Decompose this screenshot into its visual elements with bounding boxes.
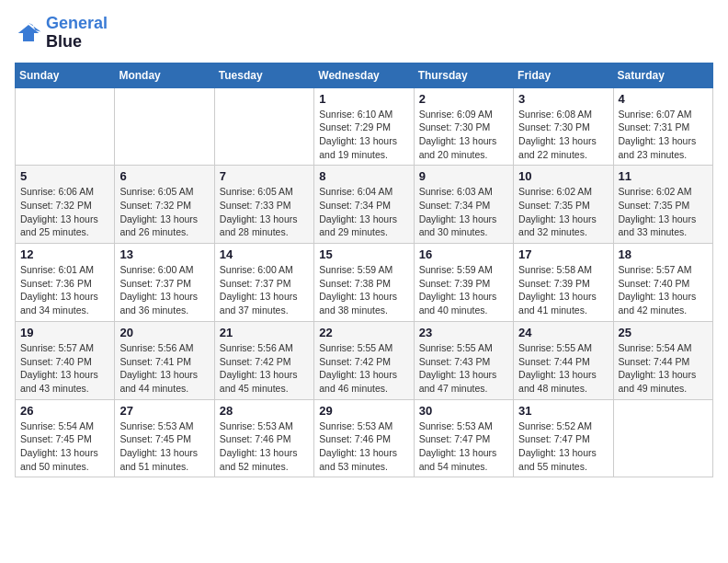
day-info: Sunrise: 5:57 AM Sunset: 7:40 PM Dayligh… bbox=[619, 263, 708, 317]
weekday-header: Wednesday bbox=[314, 63, 414, 87]
day-number: 10 bbox=[518, 169, 608, 183]
day-info: Sunrise: 5:55 AM Sunset: 7:42 PM Dayligh… bbox=[319, 341, 408, 396]
day-info: Sunrise: 5:55 AM Sunset: 7:43 PM Dayligh… bbox=[419, 341, 508, 396]
day-info: Sunrise: 6:02 AM Sunset: 7:35 PM Dayligh… bbox=[518, 185, 608, 239]
svg-marker-0 bbox=[18, 25, 40, 41]
calendar-cell: 28Sunrise: 5:53 AM Sunset: 7:46 PM Dayli… bbox=[214, 399, 313, 477]
calendar-cell: 30Sunrise: 5:53 AM Sunset: 7:47 PM Dayli… bbox=[414, 399, 513, 477]
day-info: Sunrise: 5:56 AM Sunset: 7:42 PM Dayligh… bbox=[220, 341, 309, 396]
calendar-cell: 18Sunrise: 5:57 AM Sunset: 7:40 PM Dayli… bbox=[613, 244, 712, 322]
day-info: Sunrise: 6:10 AM Sunset: 7:29 PM Dayligh… bbox=[319, 108, 408, 162]
day-number: 3 bbox=[518, 92, 608, 106]
day-info: Sunrise: 6:02 AM Sunset: 7:35 PM Dayligh… bbox=[619, 185, 708, 239]
day-number: 6 bbox=[119, 169, 209, 183]
day-number: 19 bbox=[20, 326, 109, 339]
calendar-cell: 16Sunrise: 5:59 AM Sunset: 7:39 PM Dayli… bbox=[414, 244, 513, 322]
day-info: Sunrise: 6:06 AM Sunset: 7:32 PM Dayligh… bbox=[20, 185, 109, 239]
logo-text: General Blue bbox=[46, 15, 108, 52]
calendar-cell: 12Sunrise: 6:01 AM Sunset: 7:36 PM Dayli… bbox=[16, 244, 115, 322]
calendar-cell: 31Sunrise: 5:52 AM Sunset: 7:47 PM Dayli… bbox=[514, 399, 613, 477]
weekday-header: Saturday bbox=[613, 63, 712, 87]
calendar-cell: 3Sunrise: 6:08 AM Sunset: 7:30 PM Daylig… bbox=[514, 87, 613, 166]
weekday-header: Friday bbox=[514, 63, 613, 87]
day-info: Sunrise: 6:09 AM Sunset: 7:30 PM Dayligh… bbox=[419, 108, 508, 162]
calendar-cell: 2Sunrise: 6:09 AM Sunset: 7:30 PM Daylig… bbox=[414, 87, 513, 166]
day-info: Sunrise: 5:59 AM Sunset: 7:38 PM Dayligh… bbox=[319, 263, 408, 317]
calendar-cell: 24Sunrise: 5:55 AM Sunset: 7:44 PM Dayli… bbox=[514, 321, 613, 399]
day-number: 22 bbox=[319, 326, 408, 339]
day-number: 25 bbox=[619, 326, 708, 339]
day-number: 31 bbox=[518, 404, 608, 418]
calendar-cell: 27Sunrise: 5:53 AM Sunset: 7:45 PM Dayli… bbox=[115, 399, 214, 477]
calendar-week-row: 1Sunrise: 6:10 AM Sunset: 7:29 PM Daylig… bbox=[16, 87, 713, 166]
day-info: Sunrise: 6:05 AM Sunset: 7:32 PM Dayligh… bbox=[119, 185, 209, 239]
calendar-cell: 21Sunrise: 5:56 AM Sunset: 7:42 PM Dayli… bbox=[214, 321, 313, 399]
calendar-cell: 15Sunrise: 5:59 AM Sunset: 7:38 PM Dayli… bbox=[314, 244, 414, 322]
weekday-header: Tuesday bbox=[214, 63, 313, 87]
calendar-cell: 22Sunrise: 5:55 AM Sunset: 7:42 PM Dayli… bbox=[314, 321, 414, 399]
day-info: Sunrise: 5:54 AM Sunset: 7:44 PM Dayligh… bbox=[619, 341, 708, 396]
calendar-cell: 6Sunrise: 6:05 AM Sunset: 7:32 PM Daylig… bbox=[115, 166, 214, 244]
calendar-cell: 29Sunrise: 5:53 AM Sunset: 7:46 PM Dayli… bbox=[314, 399, 414, 477]
day-number: 7 bbox=[220, 169, 309, 183]
calendar-cell bbox=[214, 87, 313, 166]
calendar-table: SundayMondayTuesdayWednesdayThursdayFrid… bbox=[15, 63, 713, 478]
calendar-cell: 13Sunrise: 6:00 AM Sunset: 7:37 PM Dayli… bbox=[115, 244, 214, 322]
calendar-cell: 7Sunrise: 6:05 AM Sunset: 7:33 PM Daylig… bbox=[214, 166, 313, 244]
weekday-header-row: SundayMondayTuesdayWednesdayThursdayFrid… bbox=[16, 63, 713, 87]
day-info: Sunrise: 6:05 AM Sunset: 7:33 PM Dayligh… bbox=[220, 185, 309, 239]
calendar-week-row: 19Sunrise: 5:57 AM Sunset: 7:40 PM Dayli… bbox=[16, 321, 713, 399]
calendar-cell bbox=[16, 87, 115, 166]
calendar-cell: 14Sunrise: 6:00 AM Sunset: 7:37 PM Dayli… bbox=[214, 244, 313, 322]
day-number: 5 bbox=[20, 169, 109, 183]
calendar-cell: 23Sunrise: 5:55 AM Sunset: 7:43 PM Dayli… bbox=[414, 321, 513, 399]
day-number: 4 bbox=[619, 92, 708, 106]
weekday-header: Monday bbox=[115, 63, 214, 87]
weekday-header: Sunday bbox=[16, 63, 115, 87]
calendar-cell: 19Sunrise: 5:57 AM Sunset: 7:40 PM Dayli… bbox=[16, 321, 115, 399]
day-number: 27 bbox=[119, 404, 209, 418]
day-info: Sunrise: 6:07 AM Sunset: 7:31 PM Dayligh… bbox=[619, 108, 708, 162]
day-info: Sunrise: 5:53 AM Sunset: 7:45 PM Dayligh… bbox=[119, 419, 209, 474]
day-info: Sunrise: 5:53 AM Sunset: 7:47 PM Dayligh… bbox=[419, 419, 508, 474]
day-number: 20 bbox=[119, 326, 209, 339]
day-number: 17 bbox=[518, 247, 608, 261]
day-info: Sunrise: 5:55 AM Sunset: 7:44 PM Dayligh… bbox=[518, 341, 608, 396]
day-number: 16 bbox=[419, 247, 508, 261]
day-number: 23 bbox=[419, 326, 508, 339]
day-info: Sunrise: 5:53 AM Sunset: 7:46 PM Dayligh… bbox=[319, 419, 408, 474]
day-info: Sunrise: 5:52 AM Sunset: 7:47 PM Dayligh… bbox=[518, 419, 608, 474]
calendar-cell bbox=[613, 399, 712, 477]
day-info: Sunrise: 5:57 AM Sunset: 7:40 PM Dayligh… bbox=[20, 341, 109, 396]
day-number: 29 bbox=[319, 404, 408, 418]
calendar-cell: 20Sunrise: 5:56 AM Sunset: 7:41 PM Dayli… bbox=[115, 321, 214, 399]
calendar-cell bbox=[115, 87, 214, 166]
day-number: 24 bbox=[518, 326, 608, 339]
day-number: 28 bbox=[220, 404, 309, 418]
calendar-cell: 5Sunrise: 6:06 AM Sunset: 7:32 PM Daylig… bbox=[16, 166, 115, 244]
calendar-cell: 1Sunrise: 6:10 AM Sunset: 7:29 PM Daylig… bbox=[314, 87, 414, 166]
day-number: 9 bbox=[419, 169, 508, 183]
day-number: 14 bbox=[220, 247, 309, 261]
day-info: Sunrise: 5:56 AM Sunset: 7:41 PM Dayligh… bbox=[119, 341, 209, 396]
day-number: 21 bbox=[220, 326, 309, 339]
day-number: 8 bbox=[319, 169, 408, 183]
calendar-cell: 17Sunrise: 5:58 AM Sunset: 7:39 PM Dayli… bbox=[514, 244, 613, 322]
calendar-cell: 8Sunrise: 6:04 AM Sunset: 7:34 PM Daylig… bbox=[314, 166, 414, 244]
day-number: 26 bbox=[20, 404, 109, 418]
page-header: General Blue bbox=[15, 15, 713, 52]
day-info: Sunrise: 5:59 AM Sunset: 7:39 PM Dayligh… bbox=[419, 263, 508, 317]
calendar-week-row: 12Sunrise: 6:01 AM Sunset: 7:36 PM Dayli… bbox=[16, 244, 713, 322]
calendar-week-row: 26Sunrise: 5:54 AM Sunset: 7:45 PM Dayli… bbox=[16, 399, 713, 477]
calendar-cell: 4Sunrise: 6:07 AM Sunset: 7:31 PM Daylig… bbox=[613, 87, 712, 166]
day-number: 13 bbox=[119, 247, 209, 261]
day-number: 18 bbox=[619, 247, 708, 261]
day-info: Sunrise: 5:54 AM Sunset: 7:45 PM Dayligh… bbox=[20, 419, 109, 474]
day-info: Sunrise: 6:01 AM Sunset: 7:36 PM Dayligh… bbox=[20, 263, 109, 317]
calendar-cell: 11Sunrise: 6:02 AM Sunset: 7:35 PM Dayli… bbox=[613, 166, 712, 244]
day-info: Sunrise: 6:03 AM Sunset: 7:34 PM Dayligh… bbox=[419, 185, 508, 239]
day-info: Sunrise: 5:53 AM Sunset: 7:46 PM Dayligh… bbox=[220, 419, 309, 474]
weekday-header: Thursday bbox=[414, 63, 513, 87]
calendar-cell: 10Sunrise: 6:02 AM Sunset: 7:35 PM Dayli… bbox=[514, 166, 613, 244]
day-info: Sunrise: 6:08 AM Sunset: 7:30 PM Dayligh… bbox=[518, 108, 608, 162]
